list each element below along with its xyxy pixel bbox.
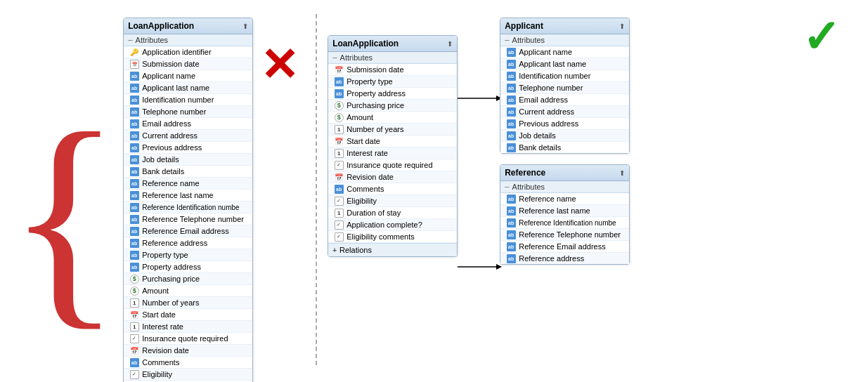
attr-row: ab Reference Telephone number: [124, 213, 252, 225]
middle-entity-title: LoanApplication: [332, 39, 399, 48]
attr-label: Job details: [519, 131, 556, 140]
attr-label: Telephone number: [519, 84, 583, 92]
attr-label: Bank details: [519, 143, 561, 152]
attr-label: Reference Telephone number: [519, 230, 621, 239]
attr-label: Applicant name: [142, 72, 195, 80]
num-icon: 1: [334, 148, 344, 158]
attr-label: Reference last name: [142, 191, 214, 199]
bool-icon: ✓: [334, 232, 344, 242]
attr-label: Applicant name: [519, 48, 572, 56]
left-entity-box: LoanApplication ⬆ ─ Attributes 🔑 Applica…: [123, 18, 253, 382]
vertical-divider: [316, 14, 317, 365]
attr-row: 1 Duration of stay: [328, 207, 457, 219]
attr-label: Identification number: [142, 96, 214, 104]
ab-icon: ab: [506, 218, 516, 228]
attr-row: ab Email address: [124, 118, 252, 130]
attr-label: Submission date: [346, 65, 403, 74]
applicant-attributes-section: ─ Attributes: [500, 34, 629, 46]
ab-icon: ab: [129, 214, 139, 224]
attr-label: Reference name: [142, 179, 199, 187]
bool-icon: ✓: [334, 160, 344, 170]
left-entity-header: LoanApplication ⬆: [124, 18, 252, 34]
bool-icon: ✓: [129, 334, 139, 343]
ab-icon: ab: [129, 357, 139, 367]
attr-label: Amount: [346, 113, 373, 121]
middle-relations-row[interactable]: + Relations: [328, 243, 457, 256]
bool-icon: ✓: [334, 196, 344, 206]
attr-row: ab Previous address: [124, 142, 252, 154]
attr-label: Purchasing price: [142, 275, 200, 283]
attr-label: Reference last name: [519, 206, 590, 215]
attr-label: Property address: [142, 263, 201, 271]
date-icon: 📅: [334, 136, 344, 146]
attr-label: Reference Email address: [142, 227, 229, 235]
bool-icon: ✓: [129, 369, 139, 379]
attr-label: Property address: [346, 89, 406, 98]
attr-label: Submission date: [142, 60, 199, 68]
arrows-svg: [458, 35, 500, 323]
ab-icon: ab: [506, 194, 516, 204]
attr-label: Reference address: [142, 239, 207, 247]
attr-row: 1 Interest rate: [124, 321, 252, 333]
attr-label: Applicant last name: [519, 60, 586, 68]
ab-icon: ab: [129, 143, 139, 152]
attr-label: Reference address: [519, 254, 584, 263]
attr-label: Reference Identification numbe: [142, 204, 239, 211]
ab-icon: ab: [129, 226, 139, 236]
attr-label: Bank details: [142, 167, 184, 176]
attr-label: Email address: [142, 119, 191, 128]
collapse-icon-middle[interactable]: ⬆: [447, 40, 453, 48]
attr-label: Eligibility: [142, 370, 172, 378]
attr-row: ab Applicant last name: [124, 82, 252, 94]
attr-label: Interest rate: [142, 322, 183, 331]
attr-row: ab Property type: [124, 249, 252, 261]
attr-row: ab Applicant name: [124, 70, 252, 82]
collapse-icon-applicant[interactable]: ⬆: [619, 22, 625, 30]
collapse-icon-left[interactable]: ⬆: [242, 22, 248, 30]
svg-marker-3: [496, 264, 502, 270]
attr-label: Reference Telephone number: [142, 215, 244, 223]
attr-row: ab Job details: [500, 130, 629, 142]
ab-icon: ab: [334, 184, 344, 194]
minus-icon-applicant: ─: [505, 37, 509, 44]
date-icon: 📅: [334, 65, 344, 74]
attr-row: 1 Number of years: [328, 124, 457, 136]
attr-row: ab Property type: [328, 76, 457, 88]
attr-row: ab Comments: [124, 357, 252, 369]
attr-label: Previous address: [142, 143, 202, 152]
reference-entity-header: Reference ⬆: [500, 165, 629, 181]
attr-row: ✓ Insurance quote required: [328, 159, 457, 171]
dollar-icon: $: [334, 100, 344, 110]
attr-label: Revision date: [346, 173, 394, 181]
middle-entity-box: LoanApplication ⬆ ─ Attributes 📅 Submiss…: [328, 35, 458, 257]
attr-row: ab Telephone number: [124, 106, 252, 118]
attr-row: ✓ Eligibility: [328, 195, 457, 207]
attr-label: Revision date: [142, 346, 189, 355]
attr-row: 1 Interest rate: [328, 147, 457, 159]
attr-label: Eligibility: [346, 197, 377, 205]
collapse-icon-reference[interactable]: ⬆: [619, 169, 625, 177]
dollar-icon: $: [334, 112, 344, 122]
ab-icon: ab: [129, 95, 139, 105]
ab-icon: ab: [129, 238, 139, 248]
attr-row: ab Reference name: [124, 178, 252, 190]
attr-row: ab Reference address: [124, 237, 252, 249]
attr-row: ab Reference name: [500, 193, 629, 205]
ab-icon: ab: [129, 107, 139, 117]
attr-label: Application complete?: [346, 220, 422, 229]
attr-label: Insurance quote required: [346, 161, 432, 169]
minus-icon-middle: ─: [332, 54, 337, 61]
attr-label: Current address: [142, 131, 197, 140]
red-brace: {: [7, 98, 122, 336]
attr-label: Reference Identification numbe: [519, 219, 616, 227]
reference-attributes-section: ─ Attributes: [500, 181, 629, 193]
ab-icon: ab: [506, 95, 516, 105]
ab-icon: ab: [129, 166, 139, 176]
date-icon: 📅: [129, 59, 139, 69]
ab-icon: ab: [129, 178, 139, 188]
attr-row: ✓ Insurance quote required: [124, 333, 252, 345]
bool-icon: ✓: [334, 220, 344, 230]
attr-row: ab Identification number: [124, 94, 252, 106]
attr-row: ab Bank details: [124, 166, 252, 178]
attr-label: Job details: [142, 155, 179, 164]
